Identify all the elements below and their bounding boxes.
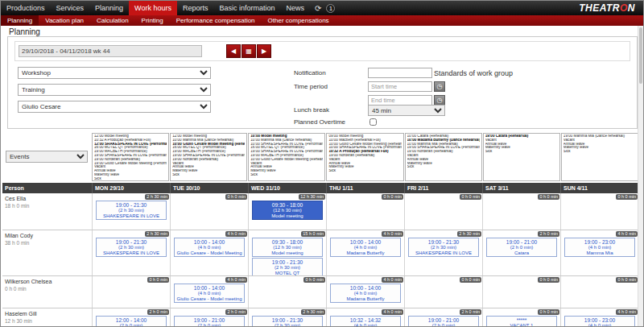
tab-calculation[interactable]: Calculation	[90, 15, 135, 26]
schedule-cell[interactable]: 0 h 0 min	[482, 193, 560, 230]
event-list-item[interactable]: Sick	[172, 173, 245, 177]
schedule-cell[interactable]: 4 h 0 min10:00 - 14:00(4 h 0 min)Giulio …	[170, 276, 248, 308]
person-name: Milan Cody	[5, 233, 89, 238]
top-navigation-bar: ProductionsServicesPlanningWork hoursRep…	[1, 1, 643, 15]
schedule-cell[interactable]: 12 h 30 min09:30 - 18:00(12 h 30 min)Mod…	[248, 193, 326, 230]
tab-vacation-plan[interactable]: Vacation plan	[39, 15, 90, 26]
schedule-entry[interactable]: 19:00 - 21:00(2 h 0 min)Catara	[486, 238, 557, 257]
entry-name: Catara	[487, 250, 556, 256]
notification-input[interactable]	[368, 68, 432, 78]
schedule-entry[interactable]: 10:32 - 14:32(4 h 0 min)A Produção	[330, 316, 401, 327]
menu-item-news[interactable]: News	[280, 1, 310, 15]
menu-item-productions[interactable]: Productions	[1, 1, 51, 15]
week-range-input[interactable]	[19, 45, 202, 57]
schedule-cell[interactable]: 0 h 0 min	[248, 276, 326, 308]
person-row-haselem-gill: Haselem Gill12 h 30 minWork days this ye…	[2, 308, 638, 327]
schedule-cell[interactable]: 15 h 0 min09:30 - 18:00(12 h 30 min)Mode…	[248, 230, 326, 275]
schedule-entry[interactable]: 12:00 - 14:00(2 h 0 min)Model meeting	[96, 316, 167, 327]
event-list-item[interactable]: Sick	[250, 173, 323, 177]
schedule-cell[interactable]: 4 h 0 min10:00 - 14:00(4 h 0 min)Madama …	[326, 230, 404, 275]
refresh-icon[interactable]: ⟳	[315, 4, 321, 13]
event-list-item[interactable]: Sick	[564, 150, 636, 154]
schedule-cell[interactable]: 4 h 0 min19:00 - 23:00(4 h 0 min)Mamma M…	[560, 308, 638, 327]
tab-other-compensations[interactable]: Other compensations	[262, 15, 336, 26]
tab-printing[interactable]: Printing	[135, 15, 170, 26]
schedule-cell[interactable]: 0 h 0 min	[560, 276, 638, 308]
menu-item-basic-information[interactable]: Basic information	[213, 1, 280, 15]
week-selector-row: ◀ ▦ ▶	[14, 41, 630, 61]
scrollbar-thumb[interactable]	[639, 27, 642, 84]
schedule-entry[interactable]: 19:00 - 21:30(2 h 30 min)MACBETH	[252, 316, 323, 327]
planned-overtime-checkbox[interactable]	[369, 118, 377, 126]
schedule-cell[interactable]: 0 h 0 min	[404, 193, 482, 230]
menu-item-work-hours[interactable]: Work hours	[129, 1, 177, 15]
filter-select-training[interactable]: Training	[18, 84, 211, 96]
schedule-cell[interactable]: 2 h 30 min19:00 - 21:30(2 h 30 min)MACBE…	[248, 308, 326, 327]
schedule-cell[interactable]: 0 h 0 min	[482, 276, 560, 308]
event-list-item[interactable]: Sick	[94, 177, 167, 181]
menu-item-reports[interactable]: Reports	[177, 1, 214, 15]
schedule-entry[interactable]: 09:30 - 18:00(12 h 30 min)Model meeting	[252, 238, 323, 257]
schedule-entry[interactable]: 19:00 - 21:30(2 h 30 min)SHAKESPEARE IN …	[96, 201, 167, 220]
event-list-item[interactable]: Sick	[328, 169, 401, 173]
cell-hours-badge: 2 h 30 min	[457, 231, 481, 237]
schedule-cell[interactable]: 4 h 0 min10:32 - 14:32(4 h 0 min)A Produ…	[326, 308, 404, 327]
schedule-cell[interactable]: 2 h 30 min19:00 - 21:30(2 h 30 min)SHAKE…	[404, 230, 482, 275]
schedule-entry[interactable]: 10:00 - 14:00(4 h 0 min)Madama Butterfly	[330, 238, 401, 257]
schedule-entry[interactable]: 09:30 - 18:00(12 h 30 min)Model meeting	[252, 201, 323, 220]
entry-name: MOTEL QT	[253, 271, 322, 276]
schedule-entry[interactable]: 19:00 - 21:00(2 h 0 min)Nordkraft	[174, 316, 245, 327]
cell-hours-badge: 2 h 0 min	[460, 309, 481, 315]
schedule-entry[interactable]: 10:00 - 14:00(4 h 0 min)Giulio Cesare - …	[174, 284, 245, 303]
notification-count-badge[interactable]: 1	[326, 4, 335, 13]
event-list-item[interactable]: Sick	[407, 165, 480, 169]
schedule-cell[interactable]: 0 h 0 min	[170, 193, 248, 230]
person-label-cell[interactable]: Ces Ella18 h 0 min	[2, 193, 92, 230]
events-filter-select[interactable]: Events	[6, 151, 88, 163]
start-time-picker-button[interactable]: ◷	[434, 81, 445, 92]
tab-planning[interactable]: Planning	[1, 15, 39, 26]
menu-item-planning[interactable]: Planning	[89, 1, 129, 15]
tab-performance-compensation[interactable]: Performance compensation	[170, 15, 262, 26]
schedule-cell[interactable]: 2 h 30 min19:00 - 21:30(2 h 30 min)SHAKE…	[92, 193, 170, 230]
schedule-cell[interactable]: 4 h 0 min10:00 - 14:00(4 h 0 min)Giulio …	[170, 230, 248, 275]
schedule-cell[interactable]: 0 h 0 min	[92, 276, 170, 308]
previous-week-button[interactable]: ◀	[226, 44, 241, 58]
notification-label: Notification	[294, 69, 326, 77]
schedule-entry[interactable]: 10:00 - 14:00(4 h 0 min)Giulio Cesare - …	[174, 238, 245, 257]
schedule-cell[interactable]: 4 h 0 min19:00 - 23:00(4 h 0 min)Mamma M…	[560, 230, 638, 275]
person-label-cell[interactable]: Wilkerson Chelsea0 h 0 min	[2, 276, 92, 308]
schedule-entry[interactable]: 19:00 - 21:00(2 h 0 min)Mamma Mia	[408, 316, 479, 327]
schedule-cell[interactable]: 0 h 0 min	[326, 193, 404, 230]
calendar-button[interactable]: ▦	[242, 44, 256, 58]
next-week-button[interactable]: ▶	[257, 44, 271, 58]
filter-select-workshop[interactable]: Workshop	[18, 67, 211, 79]
schedule-cell[interactable]: 2 h 0 min19:00 - 21:00(2 h 0 min)Mamma M…	[404, 308, 482, 327]
schedule-cell[interactable]: 2 h 30 min19:00 - 21:30(2 h 30 min)SHAKE…	[92, 230, 170, 275]
entry-duration: (2 h 30 min)	[253, 323, 322, 327]
schedule-cell[interactable]: 2 h 0 min19:00 - 21:00(2 h 0 min)Catara	[482, 230, 560, 275]
schedule-entry[interactable]: 19:00 - 23:00(4 h 0 min)Mamma Mia	[564, 238, 635, 257]
start-time-input[interactable]	[368, 81, 432, 92]
schedule-entry[interactable]: 19:00 - 23:00(4 h 0 min)Mamma Mia	[564, 316, 635, 327]
schedule-entry[interactable]: 19:00 - 21:30(2 h 30 min)SHAKESPEARE IN …	[96, 238, 167, 257]
entry-name: VACANT 1	[487, 323, 556, 327]
person-label-cell[interactable]: Milan Cody38 h 0 min	[2, 230, 92, 275]
schedule-cell[interactable]: 0 h 0 min	[404, 276, 482, 308]
event-list-item[interactable]: Sick	[485, 150, 558, 154]
schedule-entry[interactable]: *****VACANT 1	[486, 316, 557, 327]
lunch-break-select[interactable]: 45 min	[368, 105, 445, 116]
schedule-cell[interactable]: 4 h 0 min10:00 - 14:00(4 h 0 min)Madama …	[326, 276, 404, 308]
vertical-scrollbar[interactable]	[638, 26, 643, 326]
schedule-cell[interactable]: 2 h 0 min19:00 - 21:00(2 h 0 min)Nordkra…	[170, 308, 248, 327]
person-label-cell[interactable]: Haselem Gill12 h 30 minWork days this ye…	[2, 308, 92, 327]
schedule-cell[interactable]: 2 h 0 min12:00 - 14:00(2 h 0 min)Model m…	[92, 308, 170, 327]
schedule-entry[interactable]: 19:00 - 21:30(2 h 30 min)SHAKESPEARE IN …	[408, 238, 479, 257]
schedule-cell[interactable]: 0 h 0 min*****VACANT 1	[482, 308, 560, 327]
cell-hours-badge: 4 h 0 min	[382, 277, 403, 283]
filter-select-giulio-cesare[interactable]: Giulio Cesare	[18, 101, 211, 113]
menu-item-services[interactable]: Services	[51, 1, 90, 15]
schedule-entry[interactable]: 10:00 - 14:00(4 h 0 min)Madama Butterfly	[330, 284, 401, 303]
schedule-entry[interactable]: 19:00 - 21:30(2 h 30 min)MOTEL QT	[252, 258, 323, 275]
schedule-cell[interactable]: 0 h 0 min	[560, 193, 638, 230]
